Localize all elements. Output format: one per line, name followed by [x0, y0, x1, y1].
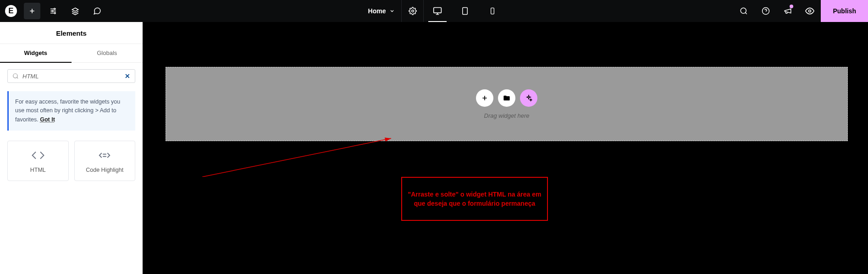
panel-tabs: Widgets Globals: [0, 44, 143, 63]
favorites-tip: For easy access, favorite the widgets yo…: [7, 91, 135, 131]
elements-panel: Elements Widgets Globals ✕ For easy acce…: [0, 22, 143, 274]
mobile-view-button[interactable]: [479, 0, 506, 22]
finder-button[interactable]: [733, 0, 755, 22]
chat-icon: [93, 7, 101, 15]
page-name-label: Home: [368, 7, 386, 15]
svg-line-11: [202, 138, 391, 177]
tip-gotit-button[interactable]: Got It: [40, 116, 55, 123]
notification-badge: [790, 5, 793, 8]
widget-html[interactable]: HTML: [7, 141, 69, 181]
desktop-icon: [433, 6, 442, 16]
widget-code-highlight[interactable]: Code Highlight: [74, 141, 136, 181]
responsive-views: [423, 0, 506, 22]
topbar-center: Home: [362, 0, 507, 22]
elementor-logo-button[interactable]: E: [0, 0, 22, 22]
tip-text: For easy access, favorite the widgets yo…: [15, 99, 120, 123]
dropzone-hint: Drag widget here: [484, 112, 530, 119]
tablet-view-button[interactable]: [451, 0, 479, 22]
structure-button[interactable]: [64, 0, 86, 22]
plus-icon: [481, 94, 488, 102]
search-widget-input[interactable]: [22, 73, 121, 80]
search-row: ✕: [0, 63, 143, 88]
topbar-left: E: [0, 0, 108, 22]
publish-label: Publish: [833, 7, 856, 15]
annotation-box: "Arraste e solte" o widget HTML na área …: [401, 177, 548, 221]
svg-rect-4: [434, 8, 442, 13]
svg-point-0: [54, 8, 55, 10]
whats-new-button[interactable]: [777, 0, 799, 22]
svg-point-1: [52, 11, 53, 12]
code-icon: [31, 148, 45, 162]
search-icon: [12, 73, 19, 79]
site-settings-button[interactable]: [42, 0, 64, 22]
sliders-icon: [49, 7, 57, 15]
search-icon: [740, 7, 748, 15]
svg-point-3: [412, 10, 414, 12]
add-section-button[interactable]: [476, 89, 493, 107]
topbar-right: Publish: [733, 0, 868, 22]
help-icon: [762, 7, 770, 15]
publish-button[interactable]: Publish: [821, 0, 868, 22]
svg-point-10: [13, 74, 17, 78]
desktop-view-button[interactable]: [424, 0, 451, 22]
editor-canvas: Drag widget here "Arraste e solte" o wid…: [143, 22, 868, 274]
widget-label: Code Highlight: [86, 167, 123, 173]
panel-title: Elements: [0, 22, 143, 44]
annotation-text: "Arraste e solte" o widget HTML na área …: [406, 190, 543, 208]
svg-rect-6: [491, 8, 494, 14]
topbar: E Home: [0, 0, 868, 22]
plus-icon: [28, 7, 36, 15]
help-button[interactable]: [755, 0, 777, 22]
mobile-icon: [489, 7, 496, 15]
ai-button[interactable]: [520, 89, 537, 107]
eye-icon: [805, 6, 814, 16]
code-highlight-icon: [98, 148, 111, 162]
svg-point-9: [809, 10, 811, 12]
gear-icon: [409, 7, 417, 15]
elementor-logo-icon: E: [5, 5, 17, 17]
search-widget-box: ✕: [7, 69, 135, 83]
widget-label: HTML: [30, 167, 46, 173]
dropzone[interactable]: Drag widget here: [166, 67, 848, 141]
template-library-button[interactable]: [498, 89, 515, 107]
svg-point-7: [741, 8, 746, 13]
comments-button[interactable]: [86, 0, 108, 22]
tab-globals[interactable]: Globals: [72, 44, 143, 63]
chevron-down-icon: [389, 8, 395, 14]
sparkle-icon: [525, 94, 532, 102]
tablet-icon: [461, 7, 469, 15]
page-settings-button[interactable]: [401, 0, 423, 22]
clear-search-button[interactable]: ✕: [125, 72, 130, 80]
widgets-grid: HTML Code Highlight: [0, 134, 143, 187]
tab-widgets[interactable]: Widgets: [0, 44, 72, 63]
layers-icon: [71, 7, 79, 15]
page-name-dropdown[interactable]: Home: [362, 0, 402, 22]
folder-icon: [503, 94, 510, 102]
add-element-button[interactable]: [24, 3, 40, 19]
preview-button[interactable]: [799, 0, 821, 22]
dropzone-actions: [476, 89, 537, 107]
svg-point-2: [54, 12, 55, 14]
